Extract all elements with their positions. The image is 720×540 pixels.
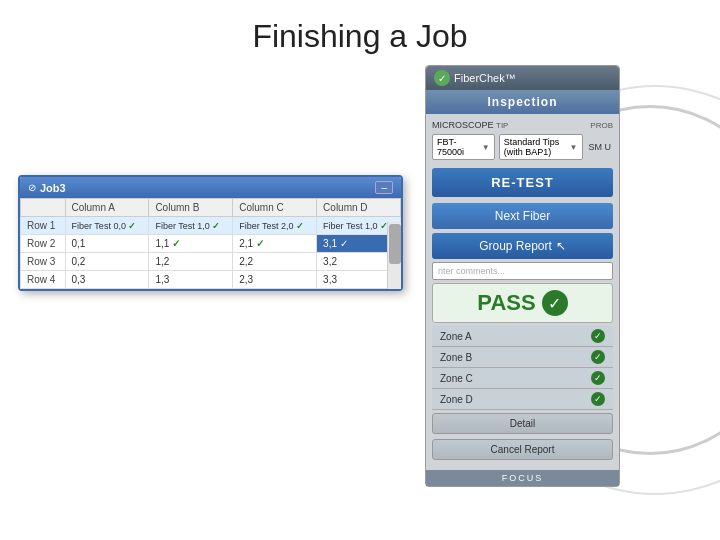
col-header-row [21, 199, 66, 217]
focus-bar: FOCUS [426, 470, 619, 486]
cell-c1[interactable]: Fiber Test 2,0 ✓ [233, 217, 317, 235]
cursor-icon: ↖ [556, 239, 566, 253]
job3-window: ⊘ Job3 – Column A Column B Column C Colu… [18, 175, 403, 291]
row-label: Row 4 [21, 271, 66, 289]
zone-d-label: Zone D [440, 394, 473, 405]
col-header-d: Column D [317, 199, 401, 217]
job3-title: Job3 [40, 182, 66, 194]
cell-b4[interactable]: 1,3 [149, 271, 233, 289]
job3-table: Column A Column B Column C Column D Row … [20, 198, 401, 289]
job3-scrollbar-thumb[interactable] [389, 224, 401, 264]
pass-checkmark: ✓ [542, 290, 568, 316]
row-label: Row 1 [21, 217, 66, 235]
fiberchek-tab[interactable]: Inspection [426, 90, 619, 114]
microscope-value: FBT-75000i [437, 137, 482, 157]
probe-label: PROB [590, 121, 613, 130]
fiberchek-panel: ✓ FiberChek™ Inspection MICROSCOPE TIP P… [425, 65, 620, 487]
cell-b2[interactable]: 1,1 ✓ [149, 235, 233, 253]
job3-icon: ⊘ [28, 182, 36, 193]
zone-b-label: Zone B [440, 352, 472, 363]
cell-b1[interactable]: Fiber Test 1,0 ✓ [149, 217, 233, 235]
job3-titlebar: ⊘ Job3 – [20, 177, 401, 198]
zone-a-label: Zone A [440, 331, 472, 342]
pass-text: PASS [477, 290, 535, 316]
cell-a2[interactable]: 0,1 [65, 235, 149, 253]
fiberchek-header: ✓ FiberChek™ [426, 66, 619, 90]
microscope-dropdown-arrow: ▼ [482, 143, 490, 152]
fiberchek-app-name: FiberChek™ [454, 72, 516, 84]
fiberchek-body: MICROSCOPE TIP PROB FBT-75000i ▼ Standar… [426, 114, 619, 468]
zone-b-check: ✓ [591, 350, 605, 364]
cell-c2[interactable]: 2,1 ✓ [233, 235, 317, 253]
job3-titlebar-left: ⊘ Job3 [28, 182, 66, 194]
table-row: Row 4 0,3 1,3 2,3 3,3 [21, 271, 401, 289]
col-header-b: Column B [149, 199, 233, 217]
table-row: Row 1 Fiber Test 0,0 ✓ Fiber Test 1,0 ✓ … [21, 217, 401, 235]
pass-banner: PASS ✓ [432, 283, 613, 323]
next-fiber-button[interactable]: Next Fiber [432, 203, 613, 229]
job3-scrollbar[interactable] [387, 222, 401, 289]
table-row: Row 3 0,2 1,2 2,2 3,2 [21, 253, 401, 271]
microscope-dropdown[interactable]: FBT-75000i ▼ [432, 134, 495, 160]
retest-button[interactable]: RE-TEST [432, 168, 613, 197]
tip-label: TIP [496, 121, 586, 130]
page-title: Finishing a Job [0, 18, 720, 55]
tip-value: Standard Tips (with BAP1) [504, 137, 570, 157]
zone-a-check: ✓ [591, 329, 605, 343]
title-area: Finishing a Job [0, 0, 720, 65]
cell-c3[interactable]: 2,2 [233, 253, 317, 271]
job3-table-container: Column A Column B Column C Column D Row … [20, 198, 401, 289]
row-label: Row 2 [21, 235, 66, 253]
cell-a3[interactable]: 0,2 [65, 253, 149, 271]
group-report-button[interactable]: Group Report ↖ [432, 233, 613, 259]
zone-d-row: Zone D ✓ [432, 389, 613, 410]
microscope-label: MICROSCOPE [432, 120, 492, 130]
group-report-label: Group Report [479, 239, 552, 253]
cancel-report-button[interactable]: Cancel Report [432, 439, 613, 460]
comments-placeholder: nter comments... [438, 266, 505, 276]
probe-value: SM U [587, 140, 614, 154]
zone-a-row: Zone A ✓ [432, 326, 613, 347]
detail-button[interactable]: Detail [432, 413, 613, 434]
col-header-c: Column C [233, 199, 317, 217]
cell-c4[interactable]: 2,3 [233, 271, 317, 289]
row-label: Row 3 [21, 253, 66, 271]
cell-a1[interactable]: Fiber Test 0,0 ✓ [65, 217, 149, 235]
tip-dropdown-arrow: ▼ [570, 143, 578, 152]
zone-c-label: Zone C [440, 373, 473, 384]
comments-field[interactable]: nter comments... [432, 262, 613, 280]
fc-dropdowns-row: FBT-75000i ▼ Standard Tips (with BAP1) ▼… [432, 134, 613, 160]
tip-dropdown[interactable]: Standard Tips (with BAP1) ▼ [499, 134, 583, 160]
zone-c-check: ✓ [591, 371, 605, 385]
zone-d-check: ✓ [591, 392, 605, 406]
zone-c-row: Zone C ✓ [432, 368, 613, 389]
main-container: ✓ FiberChek™ Inspection MICROSCOPE TIP P… [0, 65, 720, 525]
job3-minimize-button[interactable]: – [375, 181, 393, 194]
fc-microscope-row: MICROSCOPE TIP PROB [432, 120, 613, 130]
cell-b3[interactable]: 1,2 [149, 253, 233, 271]
table-header-row: Column A Column B Column C Column D [21, 199, 401, 217]
zone-b-row: Zone B ✓ [432, 347, 613, 368]
cell-a4[interactable]: 0,3 [65, 271, 149, 289]
col-header-a: Column A [65, 199, 149, 217]
fiberchek-logo-check: ✓ [434, 70, 450, 86]
table-row: Row 2 0,1 1,1 ✓ 2,1 ✓ 3,1 ✓ [21, 235, 401, 253]
